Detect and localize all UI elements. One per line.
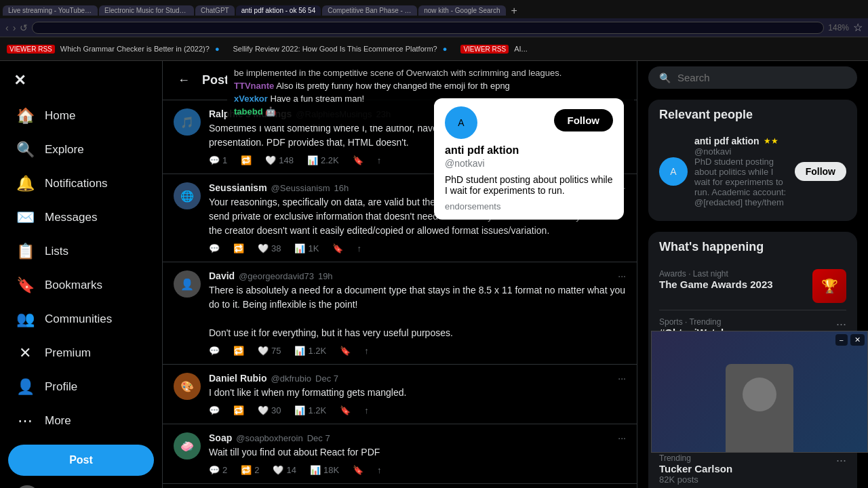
post-button[interactable]: Post	[8, 445, 154, 476]
tweet-3-views: 📊 1.2K	[294, 346, 326, 356]
tweet-5-more[interactable]: ···	[618, 432, 626, 443]
follow-button-1[interactable]: Follow	[795, 162, 846, 181]
tab-4[interactable]: anti pdf aktion - ok 56 54	[236, 5, 321, 16]
tweet-1-reply[interactable]: 💬 1	[209, 155, 227, 165]
tweet-5-reply[interactable]: 💬 2	[209, 465, 227, 475]
trending-1-tag: The Game Awards 2023	[659, 279, 773, 290]
popup-handle: @notkavi	[445, 158, 613, 169]
tab-1[interactable]: Live streaming - YouTube Studio	[3, 5, 98, 16]
nav-notifications[interactable]: 🔔 Notifications	[8, 168, 154, 199]
address-input[interactable]: https://twitter.com/notkavi/status/17384…	[32, 22, 824, 34]
tweet-2-time: 16h	[334, 183, 349, 193]
nav-home[interactable]: 🏠 Home	[8, 100, 154, 131]
tweet-5-bookmark[interactable]: 🔖	[353, 465, 363, 475]
tweet-1-retweet[interactable]: 🔁	[241, 155, 252, 165]
nav-more[interactable]: ⋯ More	[8, 405, 154, 436]
nav-profile-label: Profile	[45, 380, 77, 394]
popup-name: anti pdf aktion	[445, 144, 613, 157]
search-icon: 🔍	[659, 73, 671, 83]
whats-happening-title: What's happening	[659, 240, 846, 254]
ticker-item-1: VIEWER RSS Which Grammar Checker is Bett…	[7, 45, 220, 54]
nav-explore[interactable]: 🔍 Explore	[8, 134, 154, 165]
nav-profile[interactable]: 👤 Profile	[8, 371, 154, 403]
pip-minimize-button[interactable]: −	[835, 334, 848, 346]
relevant-person-1: A anti pdf aktion ★★ @notkavi PhD studen…	[659, 130, 846, 213]
tab-2[interactable]: Electronic Music for Studying...	[99, 5, 194, 16]
tab-5[interactable]: Competitive Ban Phase - 1 vs...	[322, 5, 417, 16]
nav-bookmarks[interactable]: 🔖 Bookmarks	[8, 270, 154, 301]
tweet-2-reply[interactable]: 💬	[209, 243, 220, 253]
tweet-3-handle: @georgeordavid73	[239, 271, 314, 281]
nav-premium[interactable]: ✕ Premium	[8, 338, 154, 369]
tab-6[interactable]: now kith - Google Search	[418, 5, 505, 16]
tweet-4-retweet[interactable]: 🔁	[233, 405, 244, 415]
pip-close-button[interactable]: ✕	[850, 334, 865, 346]
popup-follow-button[interactable]: Follow	[554, 109, 614, 131]
tweet-3-like[interactable]: 🤍 75	[258, 346, 281, 356]
nav-messages-label: Messages	[45, 211, 97, 224]
tweet-4-reply[interactable]: 💬	[209, 405, 220, 415]
communities-icon: 👥	[16, 310, 34, 328]
chat-context: be implemented in the competitive scene …	[234, 68, 561, 78]
tweet-4-bookmark[interactable]: 🔖	[340, 405, 351, 415]
tweet-1-like[interactable]: 🤍 148	[265, 155, 294, 165]
tweet-5-body: Soap @soapboxheroin Dec 7 ··· Wait till …	[209, 432, 626, 475]
star-bookmark[interactable]: ☆	[853, 21, 863, 34]
new-tab-button[interactable]: +	[507, 3, 521, 18]
viewer-rss-logo: VIEWER RSS	[7, 45, 55, 54]
popup-endorsements: endorsements	[445, 201, 613, 211]
trending-item-1[interactable]: Awards · Last night The Game Awards 2023…	[659, 262, 846, 310]
tweet-5-retweet[interactable]: 🔁 2	[241, 465, 259, 475]
tweet-5-like[interactable]: 🤍 14	[273, 465, 296, 475]
tweet-2-share[interactable]: ↑	[357, 243, 361, 253]
search-box[interactable]: 🔍	[648, 66, 857, 89]
reload-button[interactable]: ↺	[20, 22, 28, 33]
search-input[interactable]	[677, 72, 846, 83]
tweet-2-like[interactable]: 🤍 38	[258, 243, 281, 253]
tweet-1-bookmark[interactable]: 🔖	[353, 155, 363, 165]
tweet-4-share[interactable]: ↑	[364, 405, 369, 415]
news-ticker: VIEWER RSS Which Grammar Checker is Bett…	[0, 37, 868, 61]
tweet-5-actions: 💬 2 🔁 2 🤍 14 📊 18K 🔖 ↑	[209, 465, 626, 475]
back-nav-button[interactable]: ‹	[5, 22, 9, 33]
twitter-logo[interactable]: ✕	[8, 66, 154, 95]
more-icon: ⋯	[16, 412, 34, 430]
tweet-3-share[interactable]: ↑	[364, 346, 369, 356]
trending-5-category: Trending	[659, 453, 732, 463]
lists-icon: 📋	[16, 243, 34, 260]
tweet-2-retweet[interactable]: 🔁	[233, 243, 244, 253]
trending-2-category: Sports · Trending	[659, 317, 758, 327]
trending-5-count: 82K posts	[659, 474, 732, 485]
tweet-4-like[interactable]: 🤍 30	[258, 405, 281, 415]
trending-5-more[interactable]: ···	[836, 453, 846, 485]
ticker-dot-1: ●	[215, 45, 220, 53]
game-awards-image: 🏆	[812, 269, 846, 303]
tweet-3-reply[interactable]: 💬	[209, 346, 220, 356]
tweet-3-retweet[interactable]: 🔁	[233, 346, 244, 356]
video-pip[interactable]: − ✕	[651, 331, 868, 453]
nav-messages[interactable]: ✉️ Messages	[8, 202, 154, 233]
tweet-4-more[interactable]: ···	[618, 373, 626, 384]
tweet-3-bookmark[interactable]: 🔖	[340, 346, 351, 356]
forward-nav-button[interactable]: ›	[13, 22, 16, 33]
premium-icon: ✕	[16, 344, 34, 362]
tweet-3-more[interactable]: ···	[618, 270, 626, 281]
tweet-5-handle: @soapboxheroin	[236, 433, 302, 443]
relevant-person-1-info: anti pdf aktion ★★ @notkavi PhD student …	[694, 136, 788, 207]
tweet-1-share[interactable]: ↑	[377, 155, 382, 165]
tweet-4-avatar: 🎨	[174, 373, 201, 400]
explore-icon: 🔍	[16, 141, 34, 159]
tweet-3-actions: 💬 🔁 🤍 75 📊 1.2K 🔖 ↑	[209, 346, 626, 356]
tab-3[interactable]: ChatGPT	[195, 5, 235, 16]
tweet-3-name: David	[209, 270, 235, 281]
video-content	[652, 331, 867, 452]
sidebar-profile[interactable]: S Sulack @Sulack ···	[8, 479, 154, 488]
nav-lists[interactable]: 📋 Lists	[8, 236, 154, 267]
tweet-5-share[interactable]: ↑	[377, 465, 382, 475]
nav-home-label: Home	[45, 109, 75, 123]
back-button[interactable]: ←	[174, 69, 194, 92]
notifications-icon: 🔔	[16, 175, 34, 192]
tweet-2-bookmark[interactable]: 🔖	[332, 243, 343, 253]
nav-communities[interactable]: 👥 Communities	[8, 304, 154, 335]
trending-item-5[interactable]: Trending Tucker Carlson 82K posts ···	[659, 447, 846, 488]
